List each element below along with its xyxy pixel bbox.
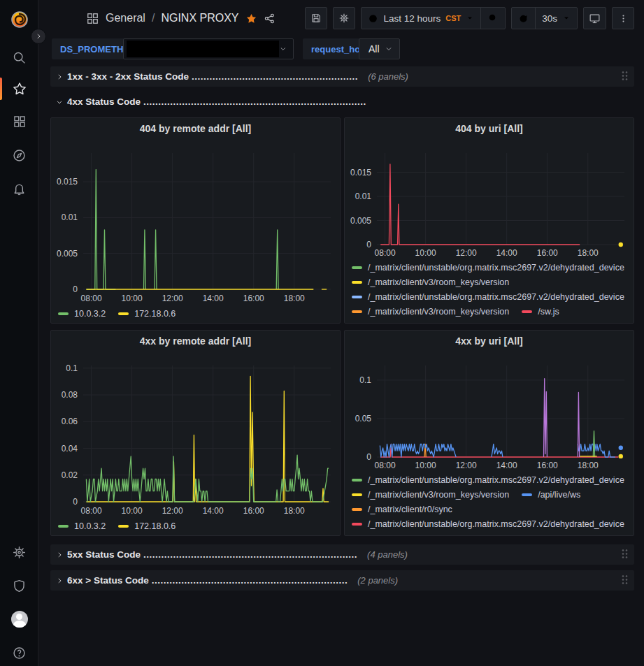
share-button[interactable] <box>264 13 276 24</box>
svg-text:14:00: 14:00 <box>203 506 224 516</box>
more-options-button[interactable] <box>612 7 634 29</box>
row-6xx[interactable]: 6xx > Status Code ......................… <box>50 570 634 591</box>
row-1xx-3xx-2xx[interactable]: 1xx - 3xx - 2xx Status Code ............… <box>50 66 634 87</box>
row-dots: ........................................… <box>143 96 366 107</box>
variables-bar: DS_PROMETHEUS request_host All <box>38 36 644 64</box>
row-drag-handle[interactable] <box>621 549 629 561</box>
legend-item[interactable]: /sw.js <box>522 307 559 317</box>
panel-title[interactable]: 404 by uri [All] <box>345 118 634 139</box>
legend-item[interactable]: 172.18.0.6 <box>118 309 176 319</box>
panel-title[interactable]: 4xx by uri [All] <box>345 331 634 352</box>
variable-value-request-host[interactable]: All <box>359 38 400 59</box>
svg-text:10:00: 10:00 <box>415 461 436 470</box>
panel-title[interactable]: 4xx by remote addr [All] <box>51 331 340 352</box>
legend-item[interactable]: /_matrix/client/v3/room_keys/version <box>352 307 509 317</box>
variable-selected-value: All <box>368 43 380 55</box>
top-navigation: General / NGINX PROXY <box>38 0 644 36</box>
row-dots: ........................................… <box>143 549 357 560</box>
legend-label: /_matrix/client/unstable/org.matrix.msc2… <box>368 263 624 273</box>
row-title: 5xx Status Code <box>67 549 141 560</box>
row-drag-handle[interactable] <box>621 71 629 83</box>
grafana-dashboard: General / NGINX PROXY <box>0 0 644 666</box>
refresh-interval-picker[interactable]: 30s <box>535 8 577 29</box>
svg-text:0.02: 0.02 <box>62 470 78 480</box>
legend-swatch <box>58 312 69 315</box>
refresh-icon <box>518 13 529 24</box>
row-drag-handle[interactable] <box>621 574 629 587</box>
variable-value-ds-prometheus[interactable] <box>123 38 294 59</box>
sidebar-item-starred[interactable] <box>0 75 38 103</box>
sidebar-item-help[interactable] <box>0 639 38 666</box>
legend-label: /_matrix/client/r0/sync <box>368 505 452 514</box>
chevron-down-icon <box>56 99 63 106</box>
legend-label: 172.18.0.6 <box>134 309 176 319</box>
svg-text:08:00: 08:00 <box>375 248 396 258</box>
sidebar-item-configuration[interactable] <box>0 538 38 566</box>
legend-label: /_matrix/client/v3/room_keys/version <box>368 490 509 500</box>
row-4xx[interactable]: 4xx Status Code ........................… <box>50 92 634 112</box>
star-icon <box>12 81 27 96</box>
sidebar-item-profile[interactable] <box>0 605 38 633</box>
chart-legend: 10.0.3.2172.18.0.6 <box>51 521 340 531</box>
sidebar-item-explore[interactable] <box>0 141 38 169</box>
svg-text:12:00: 12:00 <box>162 294 183 303</box>
row-title: 6xx > Status Code <box>67 575 149 586</box>
legend-item[interactable]: /_matrix/client/v3/room_keys/version <box>352 277 509 287</box>
row-panel-count: (6 panels) <box>368 71 408 82</box>
breadcrumb-dashboard: NGINX PROXY <box>161 12 238 24</box>
legend-label: /api/live/ws <box>538 490 580 500</box>
svg-text:16:00: 16:00 <box>243 506 264 516</box>
question-icon <box>12 646 27 660</box>
chart-legend: 10.0.3.2172.18.0.6 <box>51 309 340 319</box>
legend-item[interactable]: /api/live/ws <box>522 490 580 500</box>
svg-text:14:00: 14:00 <box>496 461 517 470</box>
legend-swatch <box>522 493 532 496</box>
row-5xx[interactable]: 5xx Status Code ........................… <box>50 544 634 565</box>
legend-item[interactable]: /_matrix/client/unstable/org.matrix.msc2… <box>352 263 624 273</box>
chart-legend: /_matrix/client/unstable/org.matrix.msc2… <box>345 263 634 317</box>
legend-item[interactable]: 10.0.3.2 <box>58 309 106 319</box>
legend-item[interactable]: 172.18.0.6 <box>118 521 176 531</box>
favorite-star-button[interactable] <box>245 13 257 24</box>
dashboard-actions: Last 12 hours CST <box>305 7 634 29</box>
sidebar-expand-button[interactable] <box>31 29 46 44</box>
time-range-label: Last 12 hours <box>383 13 441 24</box>
timeseries-chart[interactable]: 00.0050.010.01508:0010:0012:0014:0016:00… <box>51 139 340 303</box>
time-range-picker[interactable]: Last 12 hours CST <box>362 8 480 29</box>
breadcrumb-folder[interactable]: General <box>106 12 145 24</box>
legend-item[interactable]: 10.0.3.2 <box>58 521 106 531</box>
svg-text:16:00: 16:00 <box>537 461 558 470</box>
legend-item[interactable]: /_matrix/client/r0/sync <box>352 505 452 514</box>
legend-item[interactable]: /_matrix/client/unstable/org.matrix.msc2… <box>352 292 624 302</box>
tv-mode-button[interactable] <box>583 7 606 29</box>
timeseries-chart[interactable]: 00.050.108:0010:0012:0014:0016:0018:00 <box>345 352 634 472</box>
legend-swatch <box>352 493 362 496</box>
svg-text:08:00: 08:00 <box>81 294 102 303</box>
legend-item[interactable]: /_matrix/client/unstable/org.matrix.msc2… <box>352 475 624 485</box>
share-icon <box>264 13 276 24</box>
sidebar-item-alerting[interactable] <box>0 175 38 203</box>
dashboard-settings-button[interactable] <box>333 7 355 29</box>
sidebar-item-dashboards[interactable] <box>0 108 38 136</box>
panel-title[interactable]: 404 by remote addr [All] <box>51 118 340 139</box>
sidebar-item-search[interactable] <box>0 43 38 71</box>
zoom-out-time-button[interactable] <box>480 8 505 29</box>
timeseries-chart[interactable]: 00.020.040.060.080.108:0010:0012:0014:00… <box>51 352 340 516</box>
chevron-right-icon <box>35 33 42 40</box>
svg-text:0: 0 <box>366 240 371 249</box>
legend-item[interactable]: /_matrix/client/v3/room_keys/version <box>352 490 509 500</box>
sidebar <box>0 0 38 666</box>
legend-item[interactable]: /_matrix/client/unstable/org.matrix.msc2… <box>352 519 624 529</box>
refresh-button[interactable] <box>512 8 535 29</box>
clock-icon <box>368 13 378 24</box>
legend-swatch <box>352 310 362 313</box>
svg-text:0.06: 0.06 <box>62 417 78 426</box>
svg-text:0: 0 <box>73 284 78 294</box>
legend-swatch <box>352 479 362 482</box>
timeseries-chart[interactable]: 00.0050.010.01508:0010:0012:0014:0016:00… <box>345 139 634 259</box>
sidebar-item-server-admin[interactable] <box>0 572 38 600</box>
legend-swatch <box>352 523 362 526</box>
save-dashboard-button[interactable] <box>305 7 327 29</box>
compass-icon <box>12 148 27 163</box>
grafana-logo[interactable] <box>0 6 38 34</box>
